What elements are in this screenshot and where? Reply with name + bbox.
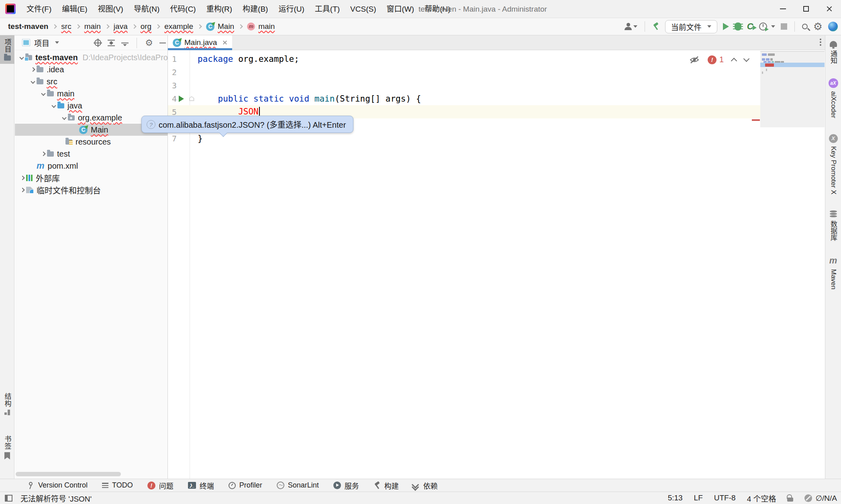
chevron-right-icon[interactable] [40,152,47,155]
caret-position[interactable]: 5:13 [668,494,683,502]
tree-row-scratches[interactable]: 临时文件和控制台 [15,184,167,196]
error-count-widget[interactable]: ! 1 [708,55,724,64]
settings-gear-icon[interactable]: ⚙ [813,21,823,32]
close-icon[interactable] [222,40,227,45]
tree-row-test[interactable]: test [15,148,167,160]
chevron-right-icon[interactable] [19,176,26,180]
encoding-indicator[interactable]: UTF-8 [714,494,736,502]
menu-vcs[interactable]: VCS(S) [345,0,381,18]
chevron-down-icon[interactable] [50,104,57,107]
tool-button-services[interactable]: 服务 [333,480,359,491]
chevron-right-icon[interactable] [29,68,37,71]
tool-button-problems[interactable]: 问题 [147,480,174,491]
code-line-3[interactable]: 3 [168,79,760,92]
breadcrumb-example[interactable]: example [164,22,193,31]
tree-row-idea[interactable]: .idea [15,63,167,75]
tool-button-structure[interactable]: 结构 [0,390,14,418]
run-button[interactable] [723,23,729,30]
plugin-sphere-icon[interactable] [828,22,838,31]
tool-window-toggle-icon[interactable] [5,495,12,502]
profiler-run-button[interactable] [759,22,775,31]
tool-button-dependencies[interactable]: 依赖 [413,480,438,491]
tool-button-notifications[interactable]: 通知 [825,41,841,64]
tool-button-todo[interactable]: TODO [102,481,133,490]
menu-refactor[interactable]: 重构(R) [201,0,237,18]
fold-marker-icon[interactable] [189,96,194,101]
maximize-button[interactable] [794,0,818,18]
tool-button-key-promoter[interactable]: Key Promoter X [825,134,841,194]
select-opened-file-icon[interactable] [94,39,101,46]
tree-row-java[interactable]: java [15,100,167,112]
menu-code[interactable]: 代码(C) [165,0,201,18]
menu-edit[interactable]: 编辑(E) [57,0,92,18]
tool-button-build[interactable]: 构建 [374,480,399,491]
menu-run[interactable]: 运行(U) [273,0,309,18]
tree-row-main[interactable]: main [15,88,167,100]
collapse-all-icon[interactable] [121,40,129,46]
chevron-down-icon[interactable] [61,116,68,119]
build-hammer-icon[interactable] [652,23,659,30]
tree-row-resources[interactable]: resources [15,136,167,148]
unlocked-icon[interactable] [787,498,793,502]
run-configuration-selector[interactable]: 当前文件 [665,20,717,33]
error-stripe-mark[interactable] [752,119,760,121]
tool-button-aixcoder[interactable]: aiXcoder [825,78,841,118]
menu-tools[interactable]: 工具(T) [310,0,345,18]
code-line-7[interactable]: 7 } [168,132,760,145]
breadcrumb-main-method[interactable]: main [258,22,275,31]
menu-build[interactable]: 构建(B) [237,0,273,18]
project-panel-title[interactable]: 项目 [34,37,49,48]
menu-navigate[interactable]: 导航(N) [129,0,165,18]
editor-minimap[interactable] [760,51,825,127]
chevron-down-icon[interactable] [55,41,59,44]
run-gutter-icon[interactable] [179,96,184,102]
memory-indicator[interactable]: ∅/N/A [804,494,837,503]
chevron-down-icon[interactable] [40,92,47,95]
tool-button-database[interactable]: 数据库 [825,210,841,241]
breadcrumb-main-dir[interactable]: main [84,22,101,31]
tool-button-sonarlint[interactable]: SonarLint [277,481,319,490]
options-gear-icon[interactable]: ⚙ [145,38,153,48]
import-suggestion-tooltip[interactable]: com.alibaba.fastjson2.JSON? (多重选择...) Al… [141,116,353,133]
code-line-1[interactable]: 1 package org.example; [168,52,760,65]
code-line-2[interactable]: 2 [168,65,760,79]
coverage-run-icon[interactable] [747,22,753,31]
tree-row-src[interactable]: src [15,75,167,88]
search-everywhere-icon[interactable] [802,24,808,29]
tool-button-bookmarks[interactable]: 书签 [0,432,14,463]
tool-button-maven[interactable]: m Maven [825,255,841,290]
highlighting-level-icon[interactable] [689,56,700,64]
tool-button-project[interactable]: 项目 [0,35,14,64]
tool-button-terminal[interactable]: 终端 [188,480,214,491]
indent-indicator[interactable]: 4 个空格 [747,493,776,504]
tool-button-version-control[interactable]: Version Control [28,481,88,490]
previous-error-icon[interactable] [731,57,737,64]
expand-all-icon[interactable] [108,40,115,46]
breadcrumb-org[interactable]: org [141,22,151,31]
minimize-button[interactable] [771,0,794,18]
chevron-right-icon[interactable] [19,188,26,192]
profile-button[interactable] [625,23,637,30]
code-line-4[interactable]: 4 public static void main(String[] args)… [168,92,760,105]
hide-panel-icon[interactable] [159,43,166,43]
tool-button-profiler[interactable]: Profiler [229,481,262,490]
breadcrumb-main-class[interactable]: Main [218,22,234,31]
horizontal-scrollbar[interactable] [16,472,121,476]
tab-options-icon[interactable] [819,39,822,47]
close-button[interactable] [818,0,841,18]
breadcrumb-project[interactable]: test-maven [8,22,48,31]
tree-row-project-root[interactable]: test-maven D:\IdeaProjects\IdeaProje [15,51,167,63]
breadcrumb-src[interactable]: src [61,22,71,31]
menu-file[interactable]: 文件(F) [21,0,57,18]
tree-row-pom[interactable]: m pom.xml [15,160,167,172]
chevron-down-icon[interactable] [29,80,37,83]
debug-button[interactable] [735,22,741,31]
code-editor[interactable]: 1 package org.example; 2 3 4 public stat… [168,50,825,479]
next-error-icon[interactable] [743,55,750,62]
line-ending-indicator[interactable]: LF [694,494,703,502]
menu-view[interactable]: 视图(V) [93,0,129,18]
menu-window[interactable]: 窗口(W) [381,0,419,18]
tree-row-external-libs[interactable]: 外部库 [15,172,167,184]
breadcrumb-java[interactable]: java [114,22,128,31]
tab-main-java[interactable]: C Main.java [168,35,232,50]
